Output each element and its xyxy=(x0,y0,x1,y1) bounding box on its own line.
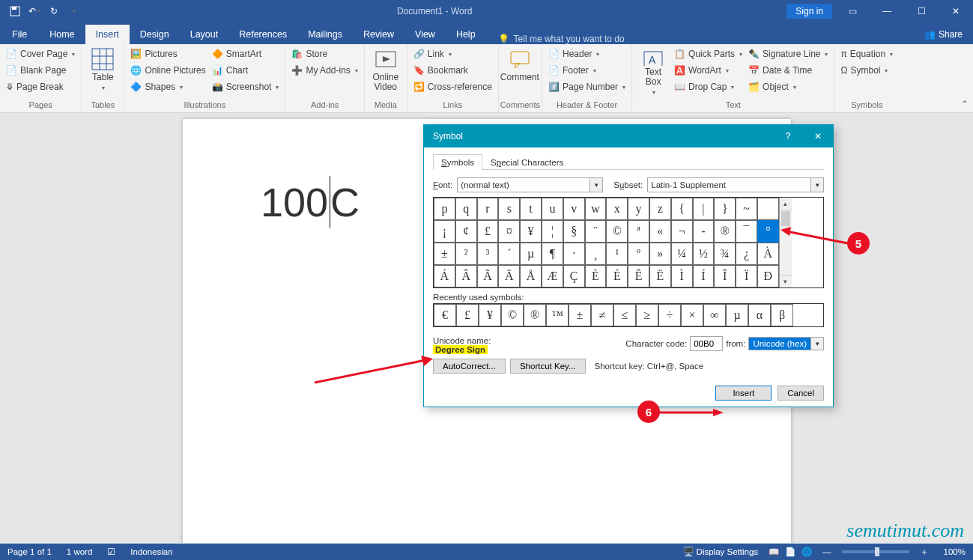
web-layout-view[interactable]: 🌐 xyxy=(798,544,815,560)
dropcap-button[interactable]: 📖 Drop Cap▾ xyxy=(671,79,745,95)
page-break-button[interactable]: ⤋ Page Break xyxy=(3,79,78,95)
symbol-cell[interactable]: | xyxy=(693,198,715,220)
autocorrect-button[interactable]: AutoCorrect... xyxy=(433,359,506,374)
table-button[interactable]: Table▾ xyxy=(85,46,121,99)
blank-page-button[interactable]: 📄 Blank Page xyxy=(3,62,78,79)
tab-references[interactable]: References xyxy=(228,25,297,44)
header-button[interactable]: 📄 Header▾ xyxy=(545,46,628,62)
recent-symbol-cell[interactable]: ∞ xyxy=(703,304,726,326)
collapse-ribbon-button[interactable]: ⌃ xyxy=(961,99,969,109)
shapes-button[interactable]: 🔷 Shapes▾ xyxy=(127,79,208,95)
symbol-cell[interactable]: Ï xyxy=(736,265,757,287)
recent-symbol-cell[interactable]: µ xyxy=(726,304,748,326)
cover-page-button[interactable]: 📄 Cover Page▾ xyxy=(3,46,78,62)
tab-insert[interactable]: Insert xyxy=(85,25,130,44)
symbol-cell[interactable]: } xyxy=(714,198,736,220)
symbol-cell[interactable]: ¢ xyxy=(455,220,477,243)
symbol-cell[interactable]: Ê xyxy=(628,265,649,287)
symbol-cell[interactable]: ¡ xyxy=(434,220,455,243)
symbol-cell[interactable]: É xyxy=(606,265,628,287)
recent-symbol-cell[interactable]: € xyxy=(434,304,456,326)
recent-symbol-cell[interactable]: ≠ xyxy=(591,304,613,326)
symbol-cell[interactable] xyxy=(757,198,779,220)
tab-special-characters[interactable]: Special Characters xyxy=(482,154,572,170)
save-button[interactable] xyxy=(6,2,24,20)
font-dropdown[interactable]: (normal text)▾ xyxy=(457,177,603,192)
symbol-cell[interactable]: ¶ xyxy=(542,243,563,265)
textbox-button[interactable]: A Text Box▾ xyxy=(635,46,671,99)
share-button[interactable]: 👥 Share xyxy=(914,25,973,44)
symbol-cell[interactable]: · xyxy=(563,243,585,265)
tab-symbols[interactable]: Symbols xyxy=(433,154,482,170)
symbol-cell[interactable]: ½ xyxy=(693,243,715,265)
symbol-cell[interactable]: ´ xyxy=(498,243,520,265)
symbol-cell[interactable]: ~ xyxy=(736,198,757,220)
status-page[interactable]: Page 1 of 1 xyxy=(0,547,59,556)
symbol-cell[interactable]: q xyxy=(455,198,477,220)
comment-button[interactable]: Comment xyxy=(502,46,538,99)
symbol-cell[interactable]: ¸ xyxy=(585,243,607,265)
symbol-cell[interactable]: Ä xyxy=(498,265,520,287)
status-language[interactable]: Indonesian xyxy=(123,547,180,556)
symbol-cell[interactable]: ® xyxy=(714,220,736,243)
symbol-cell[interactable]: Æ xyxy=(542,265,563,287)
symbol-cell[interactable]: Á xyxy=(434,265,455,287)
link-button[interactable]: 🔗 Link▾ xyxy=(410,46,495,62)
status-spellcheck-icon[interactable]: ☑ xyxy=(100,547,123,557)
online-pictures-button[interactable]: 🌐 Online Pictures xyxy=(127,62,208,79)
symbol-cell[interactable]: © xyxy=(606,220,628,243)
qat-more[interactable]: ▾ xyxy=(64,2,82,20)
undo-button[interactable]: ↶▾ xyxy=(25,2,43,20)
symbol-cell[interactable]: y xyxy=(628,198,649,220)
zoom-in-button[interactable]: ＋ xyxy=(912,547,936,558)
tab-file[interactable]: File xyxy=(0,25,39,44)
my-addins-button[interactable]: ➕ My Add-ins▾ xyxy=(288,62,360,79)
dialog-close-button[interactable]: ✕ xyxy=(803,125,833,147)
symbol-cell[interactable]: ¬ xyxy=(671,220,693,243)
character-code-input[interactable] xyxy=(690,336,723,351)
store-button[interactable]: 🛍️ Store xyxy=(288,46,360,62)
bookmark-button[interactable]: 🔖 Bookmark xyxy=(410,62,495,79)
recent-symbol-cell[interactable]: ≤ xyxy=(613,304,636,326)
signature-line-button[interactable]: ✒️ Signature Line▾ xyxy=(745,46,831,62)
footer-button[interactable]: 📄 Footer▾ xyxy=(545,62,628,79)
zoom-out-button[interactable]: ― xyxy=(815,547,839,556)
recent-symbol-cell[interactable]: ® xyxy=(524,304,546,326)
recent-symbol-cell[interactable]: β xyxy=(771,304,793,326)
symbol-cell[interactable]: ª xyxy=(628,220,649,243)
symbol-cell[interactable]: µ xyxy=(520,243,542,265)
symbol-cell[interactable]: ¨ xyxy=(585,220,607,243)
online-video-button[interactable]: Online Video xyxy=(368,46,404,99)
recent-symbol-cell[interactable]: ÷ xyxy=(658,304,681,326)
symbol-cell[interactable]: « xyxy=(649,220,671,243)
symbol-cell[interactable]: » xyxy=(649,243,671,265)
equation-button[interactable]: π Equation▾ xyxy=(837,46,896,62)
tab-home[interactable]: Home xyxy=(39,25,85,44)
from-dropdown[interactable]: Unicode (hex) ▾ xyxy=(748,337,824,350)
ribbon-display-options[interactable]: ▭ xyxy=(835,0,870,22)
symbol-cell[interactable]: ² xyxy=(455,243,477,265)
recent-symbol-cell[interactable]: α xyxy=(748,304,771,326)
scroll-down-button[interactable]: ▾ xyxy=(780,275,792,287)
symbol-cell[interactable]: Â xyxy=(455,265,477,287)
sign-in-button[interactable]: Sign in xyxy=(786,4,832,19)
symbol-cell[interactable]: Ð xyxy=(757,265,779,287)
recent-symbol-cell[interactable]: ¥ xyxy=(479,304,501,326)
symbol-cell[interactable]: ± xyxy=(434,243,455,265)
symbol-cell[interactable]: ¯ xyxy=(736,220,757,243)
symbol-cell[interactable]: ° xyxy=(757,220,779,243)
symbol-cell[interactable]: ¾ xyxy=(714,243,736,265)
tab-mailings[interactable]: Mailings xyxy=(297,25,353,44)
zoom-slider[interactable] xyxy=(842,550,909,553)
symbol-cell[interactable]: ³ xyxy=(477,243,499,265)
zoom-level[interactable]: 100% xyxy=(936,547,973,556)
symbol-cell[interactable]: º xyxy=(628,243,649,265)
maximize-button[interactable]: ☐ xyxy=(904,0,939,22)
scroll-up-button[interactable]: ▴ xyxy=(780,198,792,210)
symbol-cell[interactable]: § xyxy=(563,220,585,243)
print-layout-view[interactable]: 📄 xyxy=(782,544,798,560)
symbol-cell[interactable]: Ë xyxy=(649,265,671,287)
symbol-cell[interactable]: u xyxy=(542,198,563,220)
read-mode-view[interactable]: 📖 xyxy=(766,544,782,560)
symbol-cell[interactable]: Î xyxy=(714,265,736,287)
